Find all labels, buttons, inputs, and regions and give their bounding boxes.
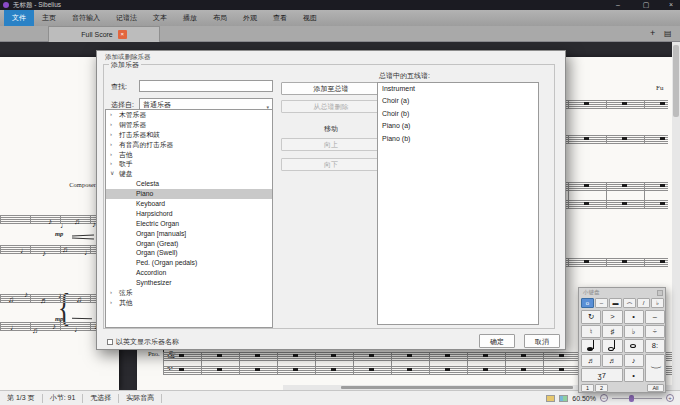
- add-to-score-button[interactable]: 添加至总谱: [281, 82, 381, 95]
- zoom-out-button[interactable]: –: [600, 394, 608, 402]
- keypad-voice-All[interactable]: All: [647, 384, 664, 392]
- ribbon-tab[interactable]: 查看: [265, 10, 295, 26]
- staves-list-item[interactable]: Instrument: [378, 83, 538, 95]
- keypad-key-aug-dot[interactable]: •: [624, 368, 644, 382]
- tab-full-score[interactable]: Full Score ×: [48, 26, 160, 42]
- note-glyph[interactable]: ♪: [42, 250, 46, 258]
- tree-item[interactable]: Celesta: [106, 179, 272, 189]
- note-glyph[interactable]: ♫: [32, 327, 38, 335]
- note-glyph[interactable]: ♩: [84, 249, 92, 257]
- keypad-key-note-8th-b[interactable]: ♪: [624, 354, 644, 368]
- tree-item[interactable]: ›吉他: [106, 150, 272, 160]
- vertical-scrollbar[interactable]: [672, 42, 680, 390]
- keypad-tab-notes-icon[interactable]: o: [581, 298, 594, 308]
- note-glyph[interactable]: ♩: [20, 247, 28, 255]
- staves-list-item[interactable]: Choir (a): [378, 95, 538, 107]
- keypad-key-accent[interactable]: >: [602, 310, 622, 324]
- tree-item[interactable]: ›弦乐: [106, 288, 272, 298]
- tree-item[interactable]: Keyboard: [106, 199, 272, 209]
- keypad-key-natural[interactable]: ♮: [581, 325, 601, 339]
- tree-item[interactable]: Synthesizer: [106, 278, 272, 288]
- ribbon-tab[interactable]: 外观: [235, 10, 265, 26]
- keypad-key-tie[interactable]: (: [645, 354, 665, 382]
- keypad-voice-1[interactable]: 1: [581, 384, 594, 392]
- tree-item[interactable]: ›有音高的打击乐器: [106, 140, 272, 150]
- composer-text[interactable]: Composer: [36, 181, 96, 188]
- vertical-scrollbar-thumb[interactable]: [673, 45, 679, 117]
- note-glyph[interactable]: ♫: [8, 296, 14, 304]
- zoom-slider[interactable]: [612, 394, 662, 402]
- ribbon-tab[interactable]: 文本: [145, 10, 175, 26]
- english-names-checkbox[interactable]: 以英文显示乐器名称: [107, 337, 179, 347]
- staves-list-item[interactable]: Piano (a): [378, 120, 538, 132]
- keypad-voice-2[interactable]: 2: [595, 384, 608, 392]
- tree-item[interactable]: Ped. (Organ pedals): [106, 258, 272, 268]
- zoom-slider-thumb[interactable]: [629, 395, 634, 402]
- close-button[interactable]: ×: [663, 0, 679, 10]
- horizontal-scrollbar-thumb[interactable]: [341, 386, 573, 389]
- note-glyph[interactable]: ♬: [40, 297, 48, 305]
- keypad-key-sharp[interactable]: ♯: [602, 325, 622, 339]
- keypad-key-note-half[interactable]: [602, 339, 622, 353]
- ribbon-tab[interactable]: 音符输入: [64, 10, 108, 26]
- note-glyph[interactable]: ♩: [74, 326, 82, 334]
- remove-from-score-button[interactable]: 从总谱删除: [281, 100, 381, 113]
- ribbon-tab[interactable]: 主页: [34, 10, 64, 26]
- ribbon-tab[interactable]: 视图: [295, 10, 325, 26]
- tab-list-icon[interactable]: ▤: [664, 29, 672, 38]
- note-glyph[interactable]: ♩: [60, 222, 68, 230]
- ribbon-tab[interactable]: 文件: [4, 10, 34, 26]
- minimize-button[interactable]: –: [610, 0, 626, 10]
- chevron-closed-icon[interactable]: ›: [110, 159, 112, 169]
- maximize-button[interactable]: ▢: [638, 0, 654, 10]
- tree-item[interactable]: Electric Organ: [106, 219, 272, 229]
- tree-item[interactable]: Harpsichord: [106, 209, 272, 219]
- keypad-tab-arc-icon[interactable]: (: [623, 298, 636, 308]
- tree-item[interactable]: ›歌手: [106, 159, 272, 169]
- keypad-tab-beam-icon[interactable]: –: [595, 298, 608, 308]
- keypad-key-note-quarter[interactable]: [581, 339, 601, 353]
- tree-item[interactable]: Organ (Great): [106, 239, 272, 249]
- keypad-key-flat[interactable]: ♭: [624, 325, 644, 339]
- chevron-closed-icon[interactable]: ›: [110, 140, 112, 150]
- keypad-tab-rest-bar-icon[interactable]: ▬: [609, 298, 622, 308]
- keypad-key-staccato[interactable]: •: [624, 310, 644, 324]
- tree-item[interactable]: ›铜管乐器: [106, 120, 272, 130]
- dynamic-mark[interactable]: mp: [55, 230, 63, 237]
- move-down-button[interactable]: 向下: [281, 158, 381, 171]
- keypad-key-tenuto[interactable]: –: [645, 310, 665, 324]
- dynamic-mark[interactable]: mp: [55, 315, 63, 322]
- tree-item[interactable]: ›木管乐器: [106, 110, 272, 120]
- note-glyph[interactable]: ♫: [74, 218, 80, 226]
- keypad-key-note-8th-a[interactable]: ♬: [602, 354, 622, 368]
- chevron-closed-icon[interactable]: ›: [110, 298, 112, 308]
- keypad-close-icon[interactable]: [657, 290, 663, 296]
- chevron-closed-icon[interactable]: ›: [110, 120, 112, 130]
- cancel-button[interactable]: 取消: [524, 334, 560, 348]
- tree-item[interactable]: ›其他: [106, 298, 272, 308]
- tree-item[interactable]: Accordion: [106, 268, 272, 278]
- tree-item[interactable]: ∨键盘: [106, 169, 272, 179]
- keypad-tab-accidental-icon[interactable]: ♭: [651, 298, 664, 308]
- keypad-key-note-whole[interactable]: [624, 339, 644, 353]
- ribbon-tab[interactable]: 记谱法: [108, 10, 145, 26]
- tab-close-icon[interactable]: ×: [118, 30, 127, 39]
- chevron-closed-icon[interactable]: ›: [110, 110, 112, 120]
- staves-list-item[interactable]: Choir (b): [378, 108, 538, 120]
- new-tab-button[interactable]: +: [650, 28, 655, 38]
- note-glyph[interactable]: ♪: [24, 291, 28, 299]
- tree-item[interactable]: Organ (Swell): [106, 248, 272, 258]
- chevron-closed-icon[interactable]: ›: [110, 150, 112, 160]
- keypad-key-flip[interactable]: ↻: [581, 310, 601, 324]
- chevron-closed-icon[interactable]: ›: [110, 130, 112, 140]
- tree-item[interactable]: ›打击乐器和鼓: [106, 130, 272, 140]
- keypad-key-rest[interactable]: ʒ7: [581, 368, 623, 382]
- tree-item[interactable]: Organ [manuals]: [106, 229, 272, 239]
- note-glyph[interactable]: ♩: [58, 292, 66, 300]
- note-glyph[interactable]: ♩: [10, 324, 18, 332]
- instrument-label[interactable]: Pno.: [148, 350, 160, 357]
- keypad-key-dot-column[interactable]: ÷: [645, 325, 665, 339]
- checkbox-icon[interactable]: [107, 339, 113, 345]
- chevron-closed-icon[interactable]: ›: [110, 288, 112, 298]
- ribbon-tab[interactable]: 播放: [175, 10, 205, 26]
